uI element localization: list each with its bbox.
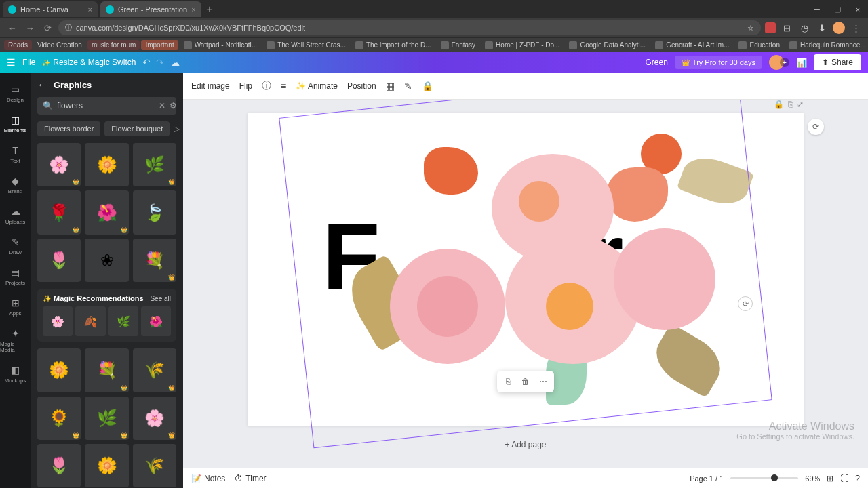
menu-button[interactable]: ⋮ (849, 21, 863, 35)
bookmark[interactable]: Wattpad - Notificati... (180, 40, 261, 51)
graphic-item[interactable]: 🌼 (85, 444, 128, 487)
fullscreen-icon[interactable]: ⛶ (840, 474, 848, 483)
bookmark[interactable]: Important (141, 40, 178, 50)
minimize-button[interactable]: ─ (807, 0, 827, 18)
graphic-item[interactable]: 🌸👑 (133, 396, 176, 440)
animate-button[interactable]: ✨ Animate (296, 81, 338, 91)
copy-style-icon[interactable]: ✎ (404, 81, 412, 92)
duplicate-icon[interactable]: ⎘ (500, 373, 516, 390)
graphic-item[interactable]: 🌻👑 (37, 396, 81, 440)
undo-button[interactable]: ↶ (142, 57, 151, 68)
magic-item[interactable]: 🌿 (108, 306, 138, 336)
back-arrow-icon[interactable]: ← (37, 79, 47, 90)
star-icon[interactable]: ☆ (747, 24, 754, 33)
add-collaborator[interactable]: + (780, 58, 789, 67)
close-icon[interactable]: × (191, 5, 195, 14)
extension-icon[interactable] (765, 22, 776, 33)
graphic-item[interactable]: 🌷 (37, 239, 81, 282)
graphic-item[interactable]: 🌹👑 (37, 190, 81, 234)
nav-uploads[interactable]: ☁Uploads (0, 200, 31, 230)
graphic-item[interactable]: 🌿👑 (85, 396, 128, 440)
browser-tab[interactable]: Green - Presentation × (100, 1, 201, 17)
position-button[interactable]: Position (347, 81, 376, 91)
nav-magic-media[interactable]: ✦Magic Media (0, 322, 31, 359)
close-button[interactable]: × (848, 0, 868, 18)
lock-page-icon[interactable]: 🔒 (774, 100, 784, 109)
browser-tab[interactable]: Home - Canva × (3, 1, 98, 17)
graphic-item[interactable]: 🌾 (133, 444, 176, 487)
add-page-button[interactable]: + Add page (505, 440, 546, 449)
share-button[interactable]: ⬆ Share (814, 54, 861, 70)
site-info-icon[interactable]: ⓘ (65, 23, 72, 33)
new-tab-button[interactable]: + (207, 3, 213, 16)
history-icon[interactable]: ◷ (797, 21, 811, 35)
graphic-item[interactable]: 🌸👑 (37, 143, 81, 186)
grid-view-icon[interactable]: ⊞ (827, 474, 833, 483)
zoom-value[interactable]: 69% (805, 474, 820, 483)
bookmark[interactable]: Harlequin Romance... (785, 40, 868, 51)
bookmark[interactable]: Gencraft - AI Art Im... (651, 40, 733, 51)
file-menu[interactable]: File (22, 58, 35, 67)
resize-magic-switch[interactable]: Resize & Magic Switch (42, 58, 136, 67)
notes-button[interactable]: 📝 Notes (191, 474, 225, 483)
graphic-item[interactable]: 🌼 (85, 143, 128, 186)
info-icon[interactable]: ⓘ (262, 80, 271, 92)
duplicate-page-icon[interactable]: ⎘ (788, 100, 793, 109)
nav-brand[interactable]: ◆Brand (0, 169, 31, 200)
forward-button[interactable]: → (23, 21, 37, 35)
bookmark[interactable]: The impact of the D... (351, 40, 435, 51)
magic-item[interactable]: 🌺 (141, 306, 171, 336)
expand-page-icon[interactable]: ⤢ (797, 100, 804, 109)
nav-mockups[interactable]: ◧Mockups (0, 359, 31, 389)
bookmark[interactable]: Home | Z-PDF - Do... (481, 40, 564, 51)
nav-elements[interactable]: ◫Elements (0, 108, 31, 139)
close-icon[interactable]: × (88, 5, 92, 14)
try-pro-button[interactable]: Try Pro for 30 days (675, 56, 762, 69)
redo-button[interactable]: ↷ (156, 57, 164, 68)
nav-design[interactable]: ▭Design (0, 78, 31, 108)
clear-icon[interactable]: ✕ (159, 101, 165, 110)
bookmark[interactable]: Education (734, 40, 783, 51)
graphic-item[interactable]: 🌿👑 (133, 143, 176, 186)
bookmark[interactable]: Reads (4, 40, 32, 50)
help-icon[interactable]: ? (855, 474, 860, 483)
downloads-icon[interactable]: ⬇ (815, 21, 829, 35)
timer-button[interactable]: ⏱ Timer (235, 474, 266, 483)
more-icon[interactable]: ⋯ (535, 373, 551, 390)
profile-avatar[interactable] (833, 22, 845, 34)
filter-icon[interactable]: ⚙ (170, 101, 177, 110)
nav-draw[interactable]: ✎Draw (0, 230, 31, 261)
extensions-button[interactable]: ⊞ (780, 21, 793, 35)
bookmark[interactable]: music for mum (87, 40, 140, 50)
address-bar[interactable]: ⓘ canva.com/design/DAGHcSprXD0/xu1XwX0kV… (58, 20, 761, 35)
graphic-item[interactable]: 🍃 (133, 190, 176, 234)
transparency-icon[interactable]: ▦ (386, 81, 395, 92)
menu-icon[interactable]: ☰ (7, 57, 16, 68)
flip-button[interactable]: Flip (239, 81, 252, 91)
magic-item[interactable]: 🌸 (43, 306, 73, 336)
filter-chip[interactable]: Flowers border (37, 121, 100, 136)
reload-button[interactable]: ⟳ (41, 21, 54, 35)
canvas-page[interactable]: 🔒 ⎘ ⤢ ⟳ F rs (248, 113, 804, 426)
lock-icon[interactable]: 🔒 (422, 81, 433, 92)
list-icon[interactable]: ≡ (281, 81, 286, 92)
cloud-sync-icon[interactable]: ☁ (171, 58, 180, 68)
graphic-item[interactable]: 💐👑 (133, 239, 176, 282)
edit-image-button[interactable]: Edit image (191, 81, 230, 91)
search-box[interactable]: 🔍 ✕ ⚙ (37, 97, 176, 115)
search-input[interactable] (57, 101, 159, 110)
rotate-handle[interactable]: ⟳ (738, 296, 753, 311)
bookmark[interactable]: Google Data Analyti... (565, 40, 650, 51)
bookmark[interactable]: The Wall Street Cras... (262, 40, 350, 51)
graphic-item[interactable]: 🌼 (37, 348, 81, 392)
see-all-link[interactable]: See all (150, 295, 171, 302)
insights-icon[interactable]: 📊 (796, 58, 807, 68)
delete-icon[interactable]: 🗑 (517, 373, 534, 390)
bookmark[interactable]: Video Creation (33, 40, 86, 50)
magic-item[interactable]: 🍂 (75, 306, 105, 336)
filter-chip[interactable]: Flower bouquet (104, 121, 170, 136)
graphic-item[interactable]: ❀ (85, 239, 128, 282)
zoom-slider[interactable] (730, 477, 798, 479)
more-chips-icon[interactable]: ▷ (174, 124, 180, 134)
nav-text[interactable]: TText (0, 139, 31, 169)
